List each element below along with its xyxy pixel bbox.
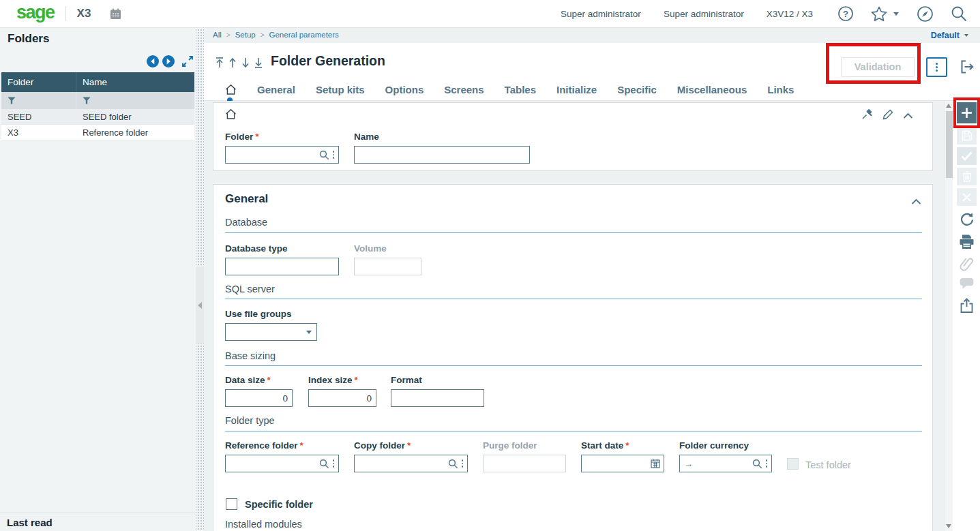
index-size-input[interactable]: 0 bbox=[308, 389, 376, 407]
expand-panel-icon[interactable] bbox=[181, 55, 194, 70]
tab-miscellaneous[interactable]: Miscellaneous bbox=[677, 84, 747, 95]
save-button[interactable] bbox=[957, 127, 977, 145]
panel-splitter[interactable] bbox=[196, 28, 204, 531]
collapse-panel-handle[interactable] bbox=[196, 267, 204, 344]
collapse-section-icon[interactable] bbox=[911, 196, 921, 208]
environment-label[interactable]: X3V12 / X3 bbox=[767, 9, 813, 19]
tab-setup-kits[interactable]: Setup kits bbox=[316, 84, 365, 95]
chevron-down-icon bbox=[306, 331, 312, 334]
column-header-folder[interactable]: Folder bbox=[1, 72, 76, 92]
edit-icon[interactable] bbox=[882, 109, 893, 123]
favorites-star-icon[interactable] bbox=[870, 5, 888, 22]
filter-folder[interactable] bbox=[1, 92, 76, 109]
reference-folder-input[interactable] bbox=[225, 455, 339, 472]
field-options-icon[interactable] bbox=[333, 151, 335, 159]
help-icon[interactable]: ? bbox=[837, 5, 854, 22]
folders-table: Folder Name SEED SEED folder X3 Referenc… bbox=[1, 72, 194, 140]
use-file-groups-select[interactable] bbox=[225, 323, 317, 341]
start-date-input[interactable] bbox=[581, 455, 664, 472]
breadcrumb-general-parameters[interactable]: General parameters bbox=[269, 31, 339, 39]
scroll-up-icon[interactable] bbox=[946, 104, 951, 108]
table-row[interactable]: SEED SEED folder bbox=[1, 109, 194, 125]
field-options-icon[interactable] bbox=[766, 459, 768, 468]
favorites-caret-icon[interactable] bbox=[893, 12, 899, 16]
new-record-button[interactable] bbox=[957, 102, 977, 123]
calendar-icon[interactable] bbox=[651, 459, 660, 468]
format-input[interactable] bbox=[391, 389, 484, 407]
filter-name[interactable] bbox=[76, 92, 194, 109]
calendar-icon[interactable] bbox=[110, 8, 121, 20]
cell-folder[interactable]: X3 bbox=[1, 125, 76, 140]
next-record-icon[interactable] bbox=[162, 55, 175, 71]
delete-button[interactable] bbox=[957, 168, 977, 185]
table-row[interactable]: X3 Reference folder bbox=[1, 125, 194, 140]
pin-icon[interactable] bbox=[861, 108, 873, 123]
vertical-scrollbar[interactable] bbox=[944, 101, 953, 531]
cell-name[interactable]: SEED folder bbox=[76, 109, 194, 124]
data-size-input[interactable]: 0 bbox=[225, 389, 293, 407]
validation-button[interactable]: Validation bbox=[841, 57, 915, 77]
previous-record-icon[interactable] bbox=[146, 55, 160, 71]
name-input[interactable] bbox=[354, 146, 530, 164]
last-record-icon[interactable] bbox=[254, 57, 263, 69]
sage-logo[interactable]: sage bbox=[16, 3, 55, 25]
column-header-name[interactable]: Name bbox=[76, 72, 194, 92]
comments-icon[interactable] bbox=[957, 277, 977, 290]
field-options-icon[interactable] bbox=[333, 459, 335, 468]
lookup-icon[interactable] bbox=[448, 459, 458, 469]
refresh-button[interactable] bbox=[957, 211, 977, 228]
tab-specific[interactable]: Specific bbox=[617, 84, 657, 95]
breadcrumb-setup[interactable]: Setup bbox=[235, 31, 256, 39]
tab-links[interactable]: Links bbox=[767, 84, 794, 95]
cancel-button[interactable] bbox=[957, 188, 977, 206]
folder-input[interactable] bbox=[225, 146, 339, 164]
previous-record-icon[interactable] bbox=[228, 57, 237, 69]
tab-screens[interactable]: Screens bbox=[444, 84, 484, 95]
svg-text:?: ? bbox=[843, 9, 848, 19]
view-selector[interactable]: Default bbox=[931, 31, 968, 40]
confirm-button[interactable] bbox=[957, 147, 977, 165]
user-role[interactable]: Super administrator bbox=[561, 9, 641, 19]
database-type-input[interactable] bbox=[225, 258, 339, 275]
folder-currency-input[interactable]: → bbox=[679, 455, 772, 472]
more-actions-button[interactable] bbox=[926, 57, 947, 77]
scrollbar-thumb[interactable] bbox=[946, 111, 953, 178]
volume-input[interactable] bbox=[354, 258, 421, 275]
tab-general[interactable]: General bbox=[257, 84, 295, 95]
format-label: Format bbox=[391, 375, 422, 385]
collapse-section-icon[interactable] bbox=[903, 110, 913, 122]
exit-icon[interactable] bbox=[959, 59, 975, 78]
share-icon[interactable] bbox=[957, 298, 977, 314]
first-record-icon[interactable] bbox=[215, 57, 224, 69]
section-home-icon[interactable] bbox=[225, 108, 237, 123]
header-card: Folder* Name bbox=[213, 102, 933, 171]
last-read-section[interactable]: Last read bbox=[0, 513, 196, 531]
form-scroll-area: Folder* Name General Database Database t… bbox=[204, 101, 980, 531]
field-options-icon[interactable] bbox=[462, 459, 464, 468]
cell-name[interactable]: Reference folder bbox=[76, 125, 194, 140]
tab-home-icon[interactable] bbox=[225, 84, 237, 95]
chevron-down-icon bbox=[964, 34, 968, 37]
lookup-icon[interactable] bbox=[319, 459, 329, 469]
tab-initialize[interactable]: Initialize bbox=[556, 84, 597, 95]
user-name[interactable]: Super administrator bbox=[664, 9, 744, 19]
search-icon[interactable] bbox=[950, 5, 968, 22]
lookup-icon[interactable] bbox=[319, 150, 329, 160]
last-read-label: Last read bbox=[7, 517, 53, 528]
purge-folder-input[interactable] bbox=[483, 455, 566, 472]
copy-folder-input[interactable] bbox=[354, 455, 468, 472]
navigation-compass-icon[interactable] bbox=[917, 5, 934, 22]
scroll-down-icon[interactable] bbox=[946, 524, 951, 528]
tab-options[interactable]: Options bbox=[385, 84, 424, 95]
volume-label: Volume bbox=[354, 243, 387, 254]
breadcrumb-all[interactable]: All bbox=[213, 31, 222, 39]
tab-tables[interactable]: Tables bbox=[505, 84, 536, 95]
cell-folder[interactable]: SEED bbox=[1, 109, 76, 124]
next-record-icon[interactable] bbox=[241, 57, 250, 69]
jump-icon[interactable]: → bbox=[684, 459, 693, 469]
print-button[interactable] bbox=[957, 234, 977, 249]
attachment-icon[interactable] bbox=[957, 256, 977, 272]
lookup-icon[interactable] bbox=[752, 459, 762, 469]
specific-folder-checkbox[interactable] bbox=[226, 498, 237, 510]
test-folder-checkbox[interactable] bbox=[787, 458, 799, 470]
